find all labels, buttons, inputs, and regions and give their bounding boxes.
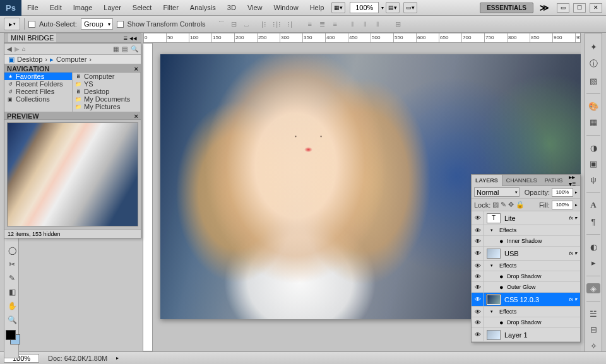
styles-icon[interactable]: ▦ [586,117,600,127]
menu-file[interactable]: File [21,0,44,16]
distribute-top-icon[interactable]: ≡ [304,18,316,30]
swatches-icon[interactable]: 🎨 [586,102,600,111]
menu-filter[interactable]: Filter [157,0,184,16]
fx-indicator[interactable]: fx ▾ [565,296,580,302]
breadcrumb-root[interactable]: Desktop [17,56,42,63]
section-close-icon[interactable]: × [134,112,138,119]
distribute-bottom-icon[interactable]: ≡ [330,18,341,30]
tool-preset-picker[interactable]: ▸▾ [4,18,20,30]
distribute-hcenter-icon[interactable]: ⦀ [360,18,371,30]
layer-row[interactable]: 👁USBfx ▾ [472,247,580,261]
nav-item-recent-folders[interactable]: ↺Recent Folders [4,80,72,88]
ruler-vertical[interactable] [143,43,153,351]
tool-zoom[interactable]: 🔍 [6,314,18,326]
layer-name[interactable]: CS5 12.0.3 [503,296,565,303]
minibridge-breadcrumb[interactable]: ▣ Desktop › ▸ Computer › [4,55,141,64]
tab-layers[interactable]: LAYERS [472,175,502,186]
align-bottom-icon[interactable]: ⎵ [241,18,252,30]
menu-3d[interactable]: 3D [222,0,242,16]
maximize-button[interactable]: ☐ [573,3,586,13]
status-flyout-icon[interactable]: ▸ [116,355,119,361]
tab-channels[interactable]: CHANNELS [502,175,541,186]
workspace-switcher[interactable]: ESSENTIALS [480,3,533,13]
tab-paths[interactable]: PATHS [541,175,567,186]
nav-fwd-icon[interactable]: ▶ [15,45,20,52]
layer-effect[interactable]: 👁▾ Effects [472,307,580,317]
layer-effect[interactable]: 👁▾ Effects [472,225,580,236]
layer-name[interactable]: Layer 1 [503,331,580,339]
align-right-icon[interactable]: ⫶| [284,18,295,30]
channels-dock-icon[interactable]: ⊟ [586,325,600,334]
layer-effect[interactable]: 👁● Outer Glow [472,282,580,293]
visibility-toggle-icon[interactable]: 👁 [472,307,484,317]
distribute-vcenter-icon[interactable]: ≣ [317,18,328,30]
blend-mode-dropdown[interactable]: Normal [474,187,520,197]
screen-mode-icon[interactable]: ▭▾ [403,2,417,13]
breadcrumb-leaf[interactable]: Computer [56,56,86,63]
tool-hand[interactable]: ✋ [6,300,18,312]
layer-name[interactable]: Lite [503,214,565,222]
folder-item-my-documents[interactable]: 📁My Documents [73,95,140,103]
paths-dock-icon[interactable]: ✧ [586,341,600,350]
visibility-toggle-icon[interactable]: 👁 [472,328,484,342]
fill-input[interactable]: 100% [552,201,573,209]
view-extras-icon[interactable]: ▤▾ [386,2,400,13]
distribute-left-icon[interactable]: ⦀ [347,18,359,30]
fill-scrubber-icon[interactable]: ▸ [575,203,578,208]
align-top-icon[interactable]: ⎴ [216,18,227,30]
tool-lasso[interactable]: ◯ [6,244,18,257]
align-hcenter-icon[interactable]: ⫶|⫶ [271,18,283,30]
nav-search-icon[interactable]: 🔍 [131,45,138,52]
menu-select[interactable]: Select [127,0,158,16]
align-left-icon[interactable]: |⫶ [259,18,270,30]
masks-icon[interactable]: ▣ [586,159,600,168]
layer-effect[interactable]: 👁● Inner Shadow [472,236,580,247]
3d-icon[interactable]: ◈ [586,283,600,293]
lock-all-icon[interactable]: 🔒 [516,201,525,209]
ruler-horizontal[interactable]: 0501001502002503003504004505005506006507… [143,33,581,43]
layers-dock-icon[interactable]: ☱ [586,309,600,319]
fg-color-swatch[interactable] [6,330,16,340]
distribute-right-icon[interactable]: ⦀ [372,18,384,30]
collapse-icon[interactable]: ≫ [536,3,553,13]
autoselect-dropdown[interactable]: Group [81,18,113,30]
adjustments-icon[interactable]: ◑ [586,143,600,152]
fx-indicator[interactable]: fx ▾ [565,215,580,221]
folder-item-my-pictures[interactable]: 📁My Pictures [73,103,140,110]
preview-thumbnail[interactable] [7,122,138,226]
auto-align-icon[interactable]: ⊞ [393,18,404,30]
nav-back-icon[interactable]: ◀ [7,45,12,52]
folder-item-desktop[interactable]: 🖥Desktop [73,88,140,95]
status-doc-size[interactable]: Doc: 642.0K/1.80M [48,355,107,362]
minimize-button[interactable]: ▭ [557,3,569,13]
nav-item-recent-files[interactable]: ↺Recent Files [4,88,72,95]
visibility-toggle-icon[interactable]: 👁 [472,282,484,293]
lock-pixels-icon[interactable]: ✎ [501,201,506,209]
visibility-toggle-icon[interactable]: 👁 [472,261,484,271]
opacity-scrubber-icon[interactable]: ▸ [575,190,578,195]
zoom-level-input[interactable]: 100% [350,2,379,13]
folder-item-ys[interactable]: 📁YS [73,80,140,88]
lock-transparency-icon[interactable]: ▨ [492,201,499,209]
layer-effect[interactable]: 👁● Drop Shadow [472,317,580,328]
menu-layer[interactable]: Layer [98,0,127,16]
menu-edit[interactable]: Edit [44,0,68,16]
minibridge-tab[interactable]: MINI BRIDGE [8,33,56,42]
nav-item-collections[interactable]: ▣Collections [4,95,72,103]
color-icon[interactable]: ▧ [586,76,600,85]
align-vcenter-icon[interactable]: ⊟ [229,18,240,30]
visibility-toggle-icon[interactable]: 👁 [472,293,484,307]
launch-bridge-icon[interactable]: ▦▾ [331,2,345,13]
nav-item-favorites[interactable]: ★Favorites [4,73,72,80]
menu-help[interactable]: Help [304,0,330,16]
layer-row[interactable]: 👁Layer 1 [472,328,580,342]
layer-effect[interactable]: 👁● Drop Shadow [472,271,580,282]
navigator-icon[interactable]: ✦ [586,42,600,52]
minibridge-flyout-icon[interactable]: ≡ ◂◂ [124,34,137,42]
folder-item-computer[interactable]: 🖥Computer [73,73,140,80]
visibility-toggle-icon[interactable]: 👁 [472,317,484,328]
opacity-input[interactable]: 100% [552,188,573,197]
paragraph-icon[interactable]: ¶ [586,216,600,226]
lock-position-icon[interactable]: ✥ [508,201,514,209]
layer-effect[interactable]: 👁▾ Effects [472,261,580,271]
